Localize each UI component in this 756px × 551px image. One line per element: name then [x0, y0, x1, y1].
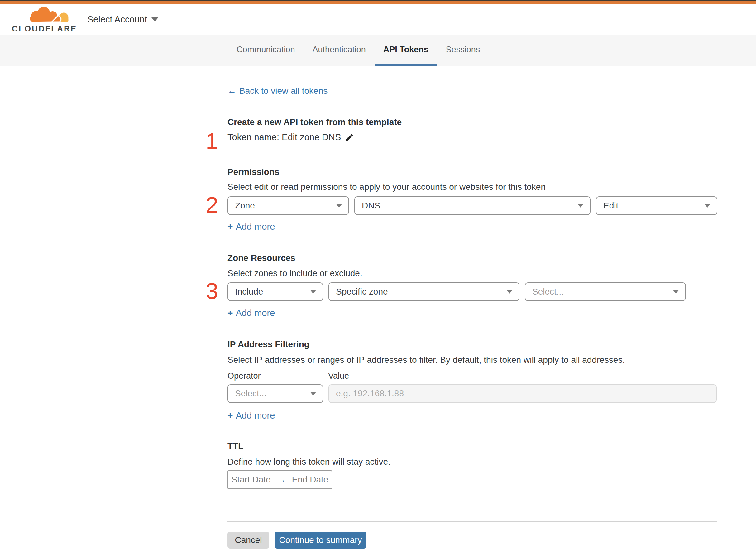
- zone-select-placeholder: Select...: [532, 287, 564, 297]
- permission-resource-value: DNS: [362, 201, 380, 211]
- back-to-tokens-link[interactable]: ← Back to view all tokens: [227, 86, 327, 96]
- permission-scope-dropdown[interactable]: Zone: [227, 196, 349, 215]
- permissions-description: Select edit or read permissions to apply…: [227, 182, 546, 192]
- ip-value-input[interactable]: [328, 384, 717, 403]
- ip-filtering-add-more-label: Add more: [236, 411, 275, 421]
- zone-include-dropdown[interactable]: Include: [227, 283, 323, 301]
- zone-select-dropdown[interactable]: Select...: [525, 283, 686, 301]
- zone-type-value: Specific zone: [336, 287, 388, 297]
- back-link-label: Back to view all tokens: [239, 86, 327, 96]
- chevron-down-icon: [578, 204, 584, 207]
- ip-filtering-row: Select...: [227, 384, 717, 403]
- zone-type-dropdown[interactable]: Specific zone: [328, 283, 520, 301]
- footer-divider: [227, 521, 717, 522]
- zone-resources-add-more-link[interactable]: + Add more: [227, 308, 275, 318]
- chevron-down-icon: [310, 290, 316, 294]
- arrow-right-icon: →: [277, 475, 286, 485]
- ip-filtering-description: Select IP addresses or ranges of IP addr…: [227, 355, 625, 365]
- end-date-placeholder: End Date: [292, 475, 328, 485]
- permissions-add-more-label: Add more: [236, 221, 275, 232]
- chevron-down-icon: [673, 290, 679, 294]
- chevron-down-icon: [506, 290, 513, 294]
- operator-label: Operator: [227, 371, 261, 381]
- footer-buttons: Cancel Continue to summary: [227, 532, 366, 549]
- main-content: ← Back to view all tokens Create a new A…: [0, 0, 756, 551]
- chevron-down-icon: [336, 204, 342, 207]
- ttl-heading: TTL: [227, 442, 243, 452]
- zone-include-value: Include: [235, 287, 263, 297]
- chevron-down-icon: [310, 392, 316, 396]
- plus-icon: +: [227, 221, 233, 232]
- plus-icon: +: [227, 410, 233, 421]
- start-date-placeholder: Start Date: [231, 475, 271, 485]
- operator-select-dropdown[interactable]: Select...: [227, 384, 323, 403]
- edit-pencil-icon[interactable]: [345, 133, 354, 142]
- token-name-text: Token name: Edit zone DNS: [227, 132, 341, 142]
- chevron-down-icon: [704, 204, 711, 207]
- step-marker-3: 3: [203, 280, 221, 302]
- ttl-date-range-picker[interactable]: Start Date → End Date: [227, 470, 332, 489]
- permissions-add-more-link[interactable]: + Add more: [227, 221, 275, 232]
- permissions-heading: Permissions: [227, 167, 279, 177]
- cancel-button[interactable]: Cancel: [227, 532, 269, 549]
- continue-to-summary-button[interactable]: Continue to summary: [274, 532, 366, 549]
- zone-resources-heading: Zone Resources: [227, 253, 295, 263]
- step-marker-1: 1: [203, 130, 221, 152]
- permission-scope-value: Zone: [235, 201, 255, 211]
- token-name-row: Token name: Edit zone DNS: [227, 132, 354, 142]
- zone-resources-add-more-label: Add more: [236, 308, 275, 318]
- value-label: Value: [328, 371, 349, 381]
- ip-filtering-add-more-link[interactable]: + Add more: [227, 410, 275, 421]
- ttl-description: Define how long this token will stay act…: [227, 457, 391, 467]
- permission-access-value: Edit: [603, 201, 618, 211]
- page-title: Create a new API token from this templat…: [227, 117, 402, 127]
- zone-resources-dropdown-row: Include Specific zone Select...: [227, 283, 686, 301]
- permission-access-dropdown[interactable]: Edit: [596, 196, 717, 215]
- plus-icon: +: [227, 308, 233, 318]
- operator-select-placeholder: Select...: [235, 389, 266, 399]
- zone-resources-description: Select zones to include or exclude.: [227, 268, 362, 278]
- permissions-dropdown-row: Zone DNS Edit: [227, 196, 717, 215]
- permission-resource-dropdown[interactable]: DNS: [354, 196, 591, 215]
- ip-filtering-heading: IP Address Filtering: [227, 340, 309, 349]
- back-arrow-icon: ←: [227, 86, 236, 96]
- step-marker-2: 2: [203, 194, 221, 216]
